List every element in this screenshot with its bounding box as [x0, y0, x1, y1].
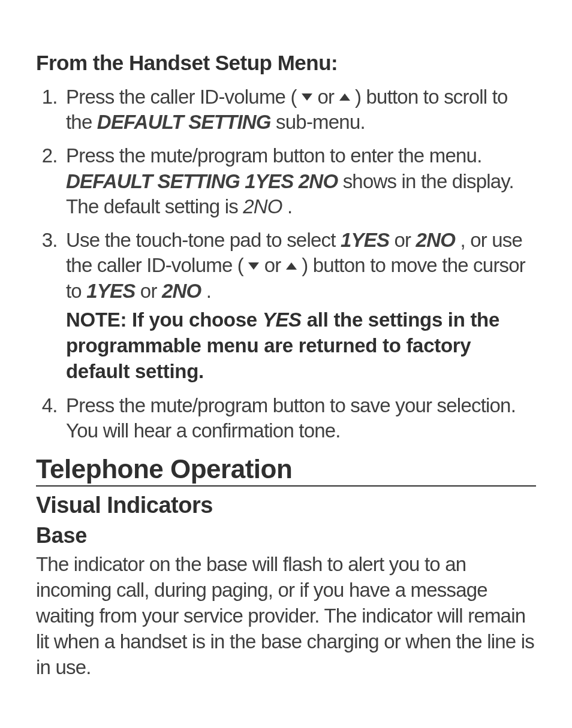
text: NOTE: If you choose	[66, 309, 263, 331]
section-heading-telephone-operation: Telephone Operation	[36, 454, 536, 487]
text: .	[206, 280, 211, 302]
text: sub-menu.	[276, 111, 365, 133]
list-item: Press the mute/program button to save yo…	[62, 393, 536, 443]
list-item: Use the touch-tone pad to select 1YES or…	[62, 228, 536, 384]
down-triangle-icon	[248, 262, 259, 270]
base-paragraph: The indicator on the base will flash to …	[36, 552, 536, 680]
two-no-label: 2NO	[243, 195, 282, 218]
text: Press the mute/program button to enter t…	[66, 144, 482, 167]
text: or	[317, 86, 339, 108]
list-item: Press the caller ID-volume ( or ) button…	[62, 84, 536, 135]
instruction-list: Press the caller ID-volume ( or ) button…	[36, 84, 536, 443]
two-no-label: 2NO	[416, 229, 455, 251]
sub-heading-visual-indicators: Visual Indicators	[36, 493, 536, 518]
text: or	[264, 254, 286, 276]
one-yes-label: 1YES	[341, 229, 389, 251]
svg-marker-2	[248, 262, 259, 270]
up-triangle-icon	[286, 262, 297, 270]
default-setting-label: DEFAULT SETTING	[97, 111, 271, 133]
list-item: Press the mute/program button to enter t…	[62, 143, 536, 219]
two-no-label: 2NO	[162, 280, 201, 302]
default-setting-yes-no-label: DEFAULT SETTING 1YES 2NO	[66, 170, 338, 192]
svg-marker-1	[339, 93, 350, 101]
setup-menu-heading: From the Handset Setup Menu:	[36, 51, 536, 75]
text: Press the mute/program button to save yo…	[66, 394, 516, 442]
text: or	[394, 229, 416, 251]
sub-heading-base: Base	[36, 523, 536, 548]
down-triangle-icon	[302, 93, 312, 101]
text: Press the caller ID-volume (	[66, 86, 302, 108]
yes-label: YES	[263, 309, 302, 331]
text: Use the touch-tone pad to select	[66, 229, 341, 251]
up-triangle-icon	[339, 93, 350, 101]
text: .	[287, 195, 292, 218]
text: or	[140, 280, 162, 302]
svg-marker-0	[302, 93, 312, 101]
note-block: NOTE: If you choose YES all the settings…	[66, 307, 536, 385]
svg-marker-3	[286, 262, 297, 270]
one-yes-label: 1YES	[86, 280, 135, 302]
